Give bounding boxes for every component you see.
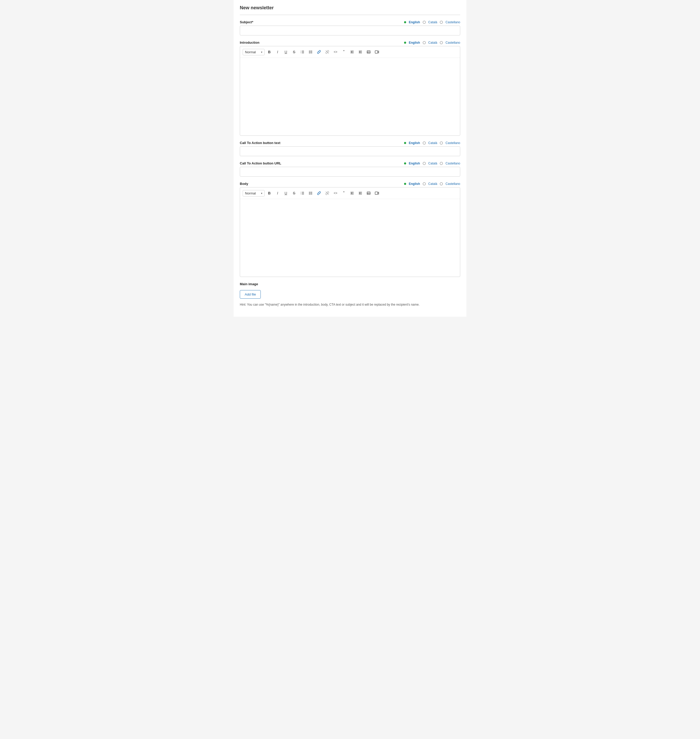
subject-header: Subject* English Català Castellano [240,20,460,24]
svg-rect-43 [375,192,378,194]
svg-point-6 [309,51,310,51]
subject-section: Subject* English Català Castellano [240,20,460,35]
body-unordered-list-btn[interactable] [307,190,314,197]
body-castellano-option[interactable]: Castellano [446,182,460,186]
page-title: New newsletter [240,5,460,10]
introduction-label: Introduction [240,41,259,44]
intro-format-label: Normal [245,50,256,54]
introduction-lang-selector: English Català Castellano [404,41,460,44]
cta-text-castellano-radio[interactable] [440,141,443,144]
main-image-spacer [240,286,460,290]
subject-input[interactable] [240,26,460,35]
introduction-section: Introduction English Català Castellano N… [240,41,460,136]
intro-castellano-option[interactable]: Castellano [446,41,460,44]
main-image-label: Main image [240,282,460,286]
introduction-content[interactable] [240,58,460,135]
svg-point-32 [309,194,310,195]
intro-castellano-radio[interactable] [440,41,443,44]
body-format-chevron: ▾ [261,192,262,195]
cta-text-input[interactable] [240,146,460,156]
svg-rect-21 [375,51,378,53]
subject-castellano-radio[interactable] [440,21,443,24]
intro-bold-btn[interactable]: B [266,48,273,56]
body-catala-radio[interactable] [423,182,426,185]
cta-text-section: Call To Action button text English Catal… [240,141,460,156]
cta-url-lang-selector: English Català Castellano [404,162,460,165]
main-image-section: Main image Add file [240,282,460,299]
body-format-select[interactable]: Normal ▾ [243,190,265,197]
body-video-btn[interactable] [373,190,381,197]
cta-text-castellano-option[interactable]: Castellano [446,141,460,145]
subject-label: Subject* [240,20,253,24]
cta-text-english-dot [404,142,406,144]
svg-text:3.: 3. [301,193,301,195]
cta-url-castellano-radio[interactable] [440,162,443,165]
body-link-btn[interactable] [315,190,323,197]
intro-image-btn[interactable] [365,48,372,56]
subject-catala-radio[interactable] [423,21,426,24]
introduction-toolbar: Normal ▾ B I U S 1.2.3. <> [240,46,460,58]
intro-strikethrough-btn[interactable]: S [291,48,298,56]
cta-url-catala-radio[interactable] [423,162,426,165]
body-section: Body English Català Castellano Normal ▾ … [240,182,460,277]
introduction-header: Introduction English Català Castellano [240,41,460,44]
intro-video-btn[interactable] [373,48,381,56]
cta-url-english-option[interactable]: English [409,162,420,165]
intro-catala-option[interactable]: Català [428,41,437,44]
intro-code-btn[interactable]: <> [332,48,339,56]
body-quote-btn[interactable]: " [340,190,347,197]
cta-text-english-option[interactable]: English [409,141,420,145]
body-lang-selector: English Català Castellano [404,182,460,186]
svg-point-30 [309,193,310,194]
page-wrapper: New newsletter Subject* English Català C… [234,0,466,317]
body-label: Body [240,182,249,186]
subject-catala-option[interactable]: Català [428,21,437,24]
body-unlink-btn[interactable] [324,190,331,197]
intro-english-option[interactable]: English [409,41,420,44]
introduction-editor: Normal ▾ B I U S 1.2.3. <> [240,46,460,136]
cta-text-catala-radio[interactable] [423,141,426,144]
body-bold-btn[interactable]: B [266,190,273,197]
body-code-btn[interactable]: <> [332,190,339,197]
cta-text-header: Call To Action button text English Catal… [240,141,460,145]
intro-indent-in-btn[interactable] [357,48,364,56]
body-format-label: Normal [245,191,256,195]
body-indent-in-btn[interactable] [357,190,364,197]
body-english-option[interactable]: English [409,182,420,186]
body-image-btn[interactable] [365,190,372,197]
intro-underline-btn[interactable]: U [282,48,290,56]
body-ordered-list-btn[interactable]: 1.2.3. [299,190,306,197]
body-indent-out-btn[interactable] [349,190,356,197]
body-toolbar: Normal ▾ B I U S 1.2.3. <> [240,188,460,199]
add-file-button[interactable]: Add file [240,290,261,299]
body-underline-btn[interactable]: U [282,190,290,197]
body-strikethrough-btn[interactable]: S [291,190,298,197]
subject-lang-selector: English Català Castellano [404,21,460,24]
intro-indent-out-btn[interactable] [349,48,356,56]
cta-url-catala-option[interactable]: Català [428,162,437,165]
intro-italic-btn[interactable]: I [274,48,281,56]
body-content[interactable] [240,199,460,277]
cta-url-input[interactable] [240,167,460,176]
intro-quote-btn[interactable]: " [340,48,347,56]
subject-english-dot [404,21,406,23]
cta-url-castellano-option[interactable]: Castellano [446,162,460,165]
intro-unlink-btn[interactable] [324,48,331,56]
intro-link-btn[interactable] [315,48,323,56]
body-catala-option[interactable]: Català [428,182,437,186]
cta-url-header: Call To Action button URL English Català… [240,162,460,165]
intro-unordered-list-btn[interactable] [307,48,314,56]
intro-catala-radio[interactable] [423,41,426,44]
subject-castellano-option[interactable]: Castellano [446,21,460,24]
introduction-format-select[interactable]: Normal ▾ [243,49,265,55]
svg-text:3.: 3. [301,52,301,53]
body-italic-btn[interactable]: I [274,190,281,197]
cta-text-catala-option[interactable]: Català [428,141,437,145]
intro-ordered-list-btn[interactable]: 1.2.3. [299,48,306,56]
subject-english-option[interactable]: English [409,21,420,24]
intro-english-dot [404,42,406,44]
cta-text-lang-selector: English Català Castellano [404,141,460,145]
cta-url-label: Call To Action button URL [240,162,281,165]
hint-text: Hint: You can use "%{name}" anywhere in … [240,303,460,306]
body-castellano-radio[interactable] [440,182,443,185]
